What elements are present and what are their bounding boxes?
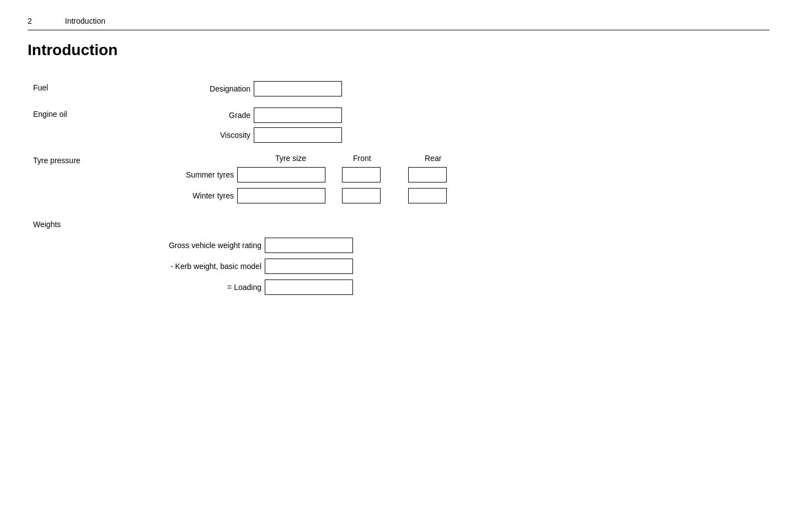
loading-input[interactable] <box>265 280 353 295</box>
tyre-pressure-section: Tyre pressure Tyre size Front Rear Summe… <box>33 154 769 209</box>
engine-oil-viscosity-row: Viscosity <box>143 127 342 143</box>
summer-tyres-row: Summer tyres <box>143 167 491 182</box>
engine-oil-viscosity-label: Viscosity <box>143 131 254 139</box>
tyre-fields: Tyre size Front Rear Summer tyres Winter… <box>143 154 491 209</box>
loading-row: = Loading <box>33 280 769 295</box>
tyre-rear-col-header: Rear <box>419 154 491 163</box>
winter-tyres-row: Winter tyres <box>143 188 491 203</box>
engine-oil-viscosity-input[interactable] <box>254 127 342 143</box>
gross-vehicle-weight-input[interactable] <box>265 238 353 253</box>
weights-fields: Gross vehicle weight rating - Kerb weigh… <box>33 238 769 295</box>
engine-oil-label: Engine oil <box>33 108 143 119</box>
engine-oil-section: Engine oil Grade Viscosity <box>33 108 769 143</box>
kerb-weight-input[interactable] <box>265 259 353 274</box>
kerb-weight-label: - Kerb weight, basic model <box>33 262 265 271</box>
summer-front-input[interactable] <box>342 167 381 182</box>
fuel-label: Fuel <box>33 81 143 92</box>
fuel-designation-label: Designation <box>143 84 254 93</box>
winter-front-input[interactable] <box>342 188 381 203</box>
winter-rear-input[interactable] <box>408 188 447 203</box>
summer-tyres-label: Summer tyres <box>143 170 237 179</box>
page-container: 2 Introduction Introduction Fuel Designa… <box>0 0 797 532</box>
tyre-header-row: Tyre size Front Rear <box>143 154 491 163</box>
tyre-size-col-header: Tyre size <box>237 154 347 163</box>
gross-vehicle-weight-row: Gross vehicle weight rating <box>33 238 769 253</box>
kerb-weight-row: - Kerb weight, basic model <box>33 259 769 274</box>
engine-oil-grade-row: Grade <box>143 108 342 123</box>
fuel-section: Fuel Designation <box>33 81 769 96</box>
summer-rear-input[interactable] <box>408 167 447 182</box>
loading-label: = Loading <box>33 283 265 292</box>
engine-oil-fields: Grade Viscosity <box>143 108 342 143</box>
winter-tyres-label: Winter tyres <box>143 191 237 200</box>
tyre-front-col-header: Front <box>347 154 419 163</box>
gross-vehicle-weight-label: Gross vehicle weight rating <box>33 241 265 250</box>
winter-tyre-size-input[interactable] <box>237 188 325 203</box>
content-area: Fuel Designation Engine oil Grade Viscos… <box>28 81 769 295</box>
header-title: Introduction <box>65 17 105 25</box>
header-bar: 2 Introduction <box>28 17 769 30</box>
fuel-designation-row: Designation <box>143 81 342 96</box>
engine-oil-grade-label: Grade <box>143 111 254 120</box>
engine-oil-grade-input[interactable] <box>254 108 342 123</box>
page-number: 2 <box>28 17 32 25</box>
fuel-fields: Designation <box>143 81 342 96</box>
weights-section: Weights Gross vehicle weight rating - Ke… <box>33 220 769 295</box>
tyre-pressure-label: Tyre pressure <box>33 154 143 165</box>
weights-label: Weights <box>33 220 769 229</box>
summer-tyre-size-input[interactable] <box>237 167 325 182</box>
page-title: Introduction <box>28 41 769 59</box>
fuel-designation-input[interactable] <box>254 81 342 96</box>
